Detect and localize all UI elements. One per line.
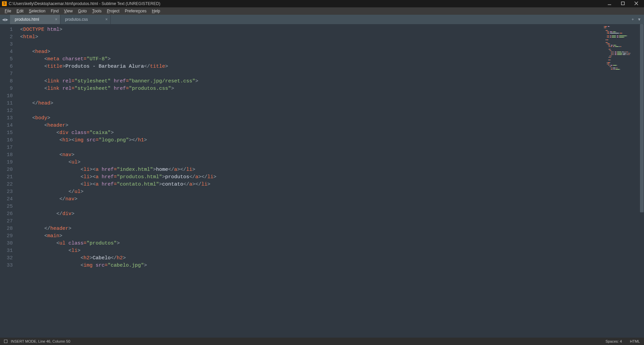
code-line[interactable]: <link rel="stylesheet" href="produtos.cs…: [16, 85, 644, 92]
nav-back-icon[interactable]: ◀: [2, 17, 5, 22]
code-line[interactable]: <ul>: [16, 159, 644, 166]
status-cursor-info: INSERT MODE, Line 46, Column 50: [11, 339, 70, 343]
new-tab-button[interactable]: +: [632, 17, 634, 22]
menu-help[interactable]: Help: [149, 8, 163, 14]
code-line[interactable]: <link rel="stylesheet" href="banner.jpg/…: [16, 78, 644, 85]
status-syntax[interactable]: HTML: [630, 339, 640, 343]
close-button[interactable]: [633, 1, 639, 6]
code-line[interactable]: </ul>: [16, 188, 644, 196]
code-line[interactable]: <nav>: [16, 151, 644, 159]
tab-bar: ◀ ▶ produtos.html×produtos.css× + ▼: [0, 15, 644, 24]
code-line[interactable]: <li>: [16, 247, 644, 255]
code-line[interactable]: <html>: [16, 33, 644, 41]
code-line[interactable]: <div class="caixa">: [16, 129, 644, 137]
code-line[interactable]: </header>: [16, 225, 644, 232]
code-line[interactable]: [16, 41, 644, 48]
code-line[interactable]: [16, 218, 644, 225]
scrollbar-thumb[interactable]: [640, 24, 644, 212]
code-line[interactable]: <h2>Cabelo</h2>: [16, 255, 644, 262]
menu-selection[interactable]: Selection: [26, 8, 48, 14]
close-icon[interactable]: ×: [55, 17, 57, 22]
tab-label: produtos.css: [65, 17, 88, 22]
menu-preferences[interactable]: Preferences: [122, 8, 149, 14]
menu-bar: FileEditSelectionFindViewGotoToolsProjec…: [0, 7, 644, 15]
status-rect-icon[interactable]: [4, 340, 7, 343]
code-line[interactable]: <DOCTYPE html>: [16, 26, 644, 33]
menu-view[interactable]: View: [61, 8, 75, 14]
status-bar: INSERT MODE, Line 46, Column 50 Spaces: …: [0, 338, 644, 345]
code-line[interactable]: [16, 203, 644, 210]
menu-project[interactable]: Project: [104, 8, 122, 14]
code-line[interactable]: [16, 70, 644, 78]
menu-find[interactable]: Find: [48, 8, 61, 14]
code-line[interactable]: <li><a href="contato.html">contato</a></…: [16, 181, 644, 188]
code-line[interactable]: <h1><img src="logo.png"></h1>: [16, 137, 644, 144]
tab-label: produtos.html: [15, 17, 39, 22]
code-line[interactable]: <body>: [16, 115, 644, 122]
code-line[interactable]: [16, 144, 644, 151]
minimap[interactable]: [602, 24, 639, 338]
code-line[interactable]: [16, 107, 644, 115]
tab-produtos-html[interactable]: produtos.html×: [10, 15, 60, 24]
title-bar: S C:\Users\kelly\Desktop\acemar.html\pro…: [0, 0, 644, 7]
menu-edit[interactable]: Edit: [14, 8, 26, 14]
line-number-gutter: 1234567891011121314151617181920212223242…: [0, 24, 16, 338]
vertical-scrollbar[interactable]: [640, 24, 644, 338]
svg-rect-1: [622, 2, 625, 5]
app-icon: S: [2, 1, 7, 6]
menu-file[interactable]: File: [2, 8, 14, 14]
code-line[interactable]: </head>: [16, 100, 644, 107]
nav-forward-icon[interactable]: ▶: [5, 17, 8, 22]
code-line[interactable]: <li><a href="index.html">home</a></li>: [16, 166, 644, 174]
code-line[interactable]: <meta charset="UTF-8">: [16, 56, 644, 63]
minimize-button[interactable]: [606, 1, 612, 6]
code-line[interactable]: <main>: [16, 232, 644, 240]
tab-menu-icon[interactable]: ▼: [637, 17, 641, 22]
code-line[interactable]: <header>: [16, 122, 644, 129]
code-line[interactable]: <li><a href="produtos.html">produtos</a>…: [16, 174, 644, 181]
status-indent[interactable]: Spaces: 4: [605, 339, 622, 343]
code-line[interactable]: <ul class="produtos">: [16, 240, 644, 247]
editor-area[interactable]: 1234567891011121314151617181920212223242…: [0, 24, 644, 338]
code-line[interactable]: [16, 92, 644, 100]
code-line[interactable]: </nav>: [16, 196, 644, 203]
menu-tools[interactable]: Tools: [90, 8, 104, 14]
tab-produtos-css[interactable]: produtos.css×: [60, 15, 111, 24]
maximize-button[interactable]: [620, 1, 626, 6]
close-icon[interactable]: ×: [105, 17, 108, 22]
code-line[interactable]: <title>Produtos - Barbearia Alura</title…: [16, 63, 644, 70]
code-line[interactable]: <head>: [16, 48, 644, 56]
window-title: C:\Users\kelly\Desktop\acemar.html\produ…: [9, 1, 160, 6]
code-line[interactable]: </div>: [16, 210, 644, 218]
code-content[interactable]: <DOCTYPE html><html> <head> <meta charse…: [16, 24, 644, 338]
code-line[interactable]: <img src="cabelo.jpg">: [16, 262, 644, 269]
menu-goto[interactable]: Goto: [75, 8, 90, 14]
